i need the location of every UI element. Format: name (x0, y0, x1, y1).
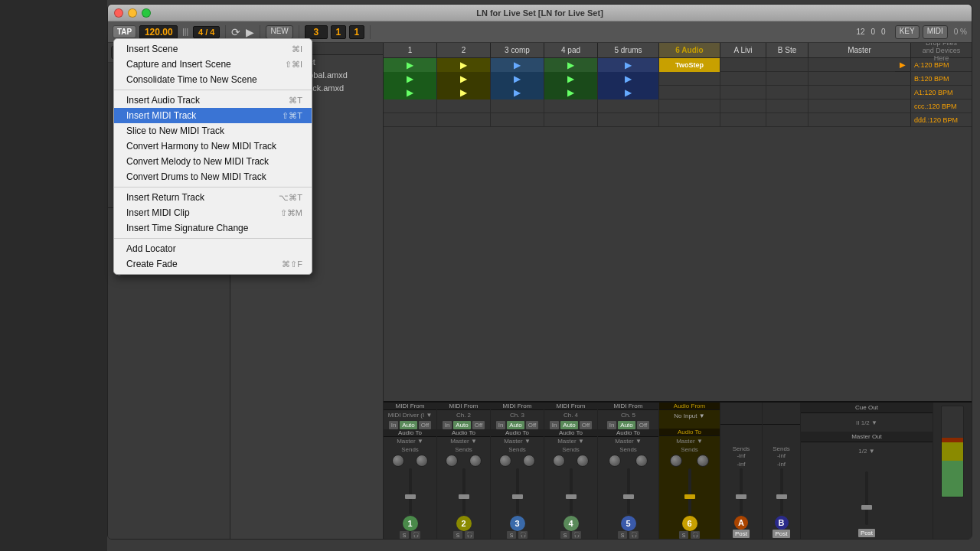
menu-item-create-fade[interactable]: Create Fade ⌘⇧F (114, 256, 312, 272)
clip-cell[interactable]: ▶ (384, 72, 437, 86)
clip-cell-active[interactable]: TwoStep (659, 58, 720, 72)
send-knob-5a[interactable] (609, 455, 621, 467)
headphone-btn-4[interactable]: 🎧 (572, 531, 581, 539)
clip-cell-empty[interactable] (720, 99, 766, 113)
s-button-4[interactable]: S (560, 531, 570, 539)
clip-cell-empty[interactable] (491, 113, 544, 127)
clip-cell-empty[interactable] (544, 113, 598, 127)
scene-launch-btn[interactable]: ▶ (895, 58, 910, 72)
headphone-btn-3[interactable]: 🎧 (518, 531, 528, 539)
clip-cell[interactable]: ▶ (384, 58, 437, 72)
clip-cell-empty[interactable] (720, 72, 766, 86)
clip-cell-empty[interactable] (766, 86, 808, 99)
menu-item-insert-midi-track[interactable]: Insert MIDI Track ⇧⌘T (114, 108, 312, 123)
clip-cell[interactable]: ▶ (598, 58, 659, 72)
new-button[interactable]: NEW (266, 25, 292, 39)
post-button-a[interactable]: Post (733, 530, 750, 538)
loop-button[interactable]: ⟳ (231, 26, 240, 38)
clip-cell-empty[interactable] (720, 58, 766, 72)
clip-cell-empty[interactable] (491, 99, 544, 113)
clip-cell-empty[interactable] (598, 113, 659, 127)
key-button[interactable]: KEY (895, 25, 920, 39)
clip-cell[interactable]: ▶ (491, 58, 544, 72)
clip-cell[interactable]: ▶ (384, 86, 437, 99)
clip-cell-empty[interactable] (766, 99, 808, 113)
menu-item-insert-time-sig[interactable]: Insert Time Signature Change (114, 220, 312, 236)
menu-item-add-locator[interactable]: Add Locator (114, 241, 312, 256)
clip-cell-empty[interactable] (659, 72, 720, 86)
clip-cell-empty[interactable] (544, 99, 598, 113)
send-knob-a[interactable] (392, 455, 404, 467)
fader-1[interactable] (409, 468, 412, 514)
send-knob-6b[interactable] (697, 455, 709, 467)
clip-cell[interactable]: ▶ (437, 86, 491, 99)
maximize-button[interactable] (142, 8, 151, 18)
minimize-button[interactable] (128, 8, 137, 18)
s-button-5[interactable]: S (618, 531, 627, 539)
clip-cell-empty[interactable] (659, 113, 720, 127)
play-button[interactable]: ▶ (246, 26, 254, 38)
tap-button[interactable]: TAP (113, 25, 136, 38)
s-button-3[interactable]: S (507, 531, 516, 539)
send-knob-2b[interactable] (469, 455, 482, 467)
close-button[interactable] (114, 8, 123, 18)
clip-cell[interactable]: ▶ (491, 86, 544, 99)
bpm-display[interactable]: 120.00 (139, 25, 178, 39)
clip-cell-empty[interactable] (384, 113, 437, 127)
send-knob-3b[interactable] (523, 455, 535, 467)
fader-a[interactable] (740, 468, 743, 514)
fader-3[interactable] (516, 468, 519, 514)
midi-button[interactable]: MIDI (923, 25, 948, 39)
send-knob-3a[interactable] (499, 455, 511, 467)
menu-item-capture-insert-scene[interactable]: Capture and Insert Scene ⇧⌘I (114, 57, 312, 72)
clip-cell-empty[interactable] (437, 99, 491, 113)
s-button-2[interactable]: S (453, 531, 462, 539)
menu-item-insert-return[interactable]: Insert Return Track ⌥⌘T (114, 190, 312, 205)
clip-cell[interactable]: ▶ (598, 86, 659, 99)
clip-cell[interactable]: ▶ (544, 86, 598, 99)
clip-cell-empty[interactable] (720, 113, 766, 127)
send-knob-5b[interactable] (635, 455, 648, 467)
send-knob-4a[interactable] (553, 455, 565, 467)
clip-cell[interactable]: ▶ (491, 72, 544, 86)
menu-item-consolidate-time[interactable]: Consolidate Time to New Scene (114, 72, 312, 87)
s-button-1[interactable]: S (400, 531, 409, 539)
clip-cell-empty[interactable] (659, 99, 720, 113)
headphone-btn-1[interactable]: 🎧 (411, 531, 420, 539)
send-knob-2a[interactable] (446, 455, 458, 467)
fader-4[interactable] (570, 468, 573, 514)
menu-item-convert-drums[interactable]: Convert Drums to New MIDI Track (114, 169, 312, 184)
master-fader[interactable] (865, 471, 868, 525)
clip-cell-empty[interactable] (720, 86, 766, 99)
clip-cell-empty[interactable] (766, 72, 808, 86)
clip-cell[interactable]: ▶ (544, 72, 598, 86)
headphone-btn-6[interactable]: 🎧 (691, 531, 700, 539)
clip-cell[interactable]: ▶ (437, 58, 491, 72)
fader-2[interactable] (462, 468, 466, 514)
menu-item-insert-audio-track[interactable]: Insert Audio Track ⌘T (114, 93, 312, 108)
post-button-m[interactable]: Post (858, 529, 875, 537)
send-knob-4b[interactable] (577, 455, 589, 467)
clip-cell[interactable]: ▶ (437, 72, 491, 86)
clip-cell-empty[interactable] (384, 99, 437, 113)
menu-item-convert-harmony[interactable]: Convert Harmony to New MIDI Track (114, 139, 312, 154)
clip-cell-empty2[interactable] (766, 58, 808, 72)
headphone-btn-2[interactable]: 🎧 (465, 531, 474, 539)
menu-item-insert-midi-clip[interactable]: Insert MIDI Clip ⇧⌘M (114, 205, 312, 220)
send-knob-b[interactable] (416, 455, 428, 467)
fader-b[interactable] (780, 468, 783, 514)
clip-cell[interactable]: ▶ (544, 58, 598, 72)
menu-item-convert-melody[interactable]: Convert Melody to New MIDI Track (114, 154, 312, 169)
clip-cell[interactable]: ▶ (598, 72, 659, 86)
clip-cell-empty[interactable] (437, 113, 491, 127)
s-button-6[interactable]: S (679, 531, 688, 539)
clip-cell-empty[interactable] (659, 86, 720, 99)
clip-cell-empty[interactable] (598, 99, 659, 113)
clip-cell-empty[interactable] (766, 113, 808, 127)
fader-6[interactable] (688, 468, 691, 514)
menu-item-slice-new-midi[interactable]: Slice to New MIDI Track (114, 123, 312, 139)
headphone-btn-5[interactable]: 🎧 (629, 531, 639, 539)
menu-item-insert-scene[interactable]: Insert Scene ⌘I (114, 41, 312, 57)
fader-5[interactable] (627, 468, 630, 514)
send-knob-6a[interactable] (670, 455, 682, 467)
